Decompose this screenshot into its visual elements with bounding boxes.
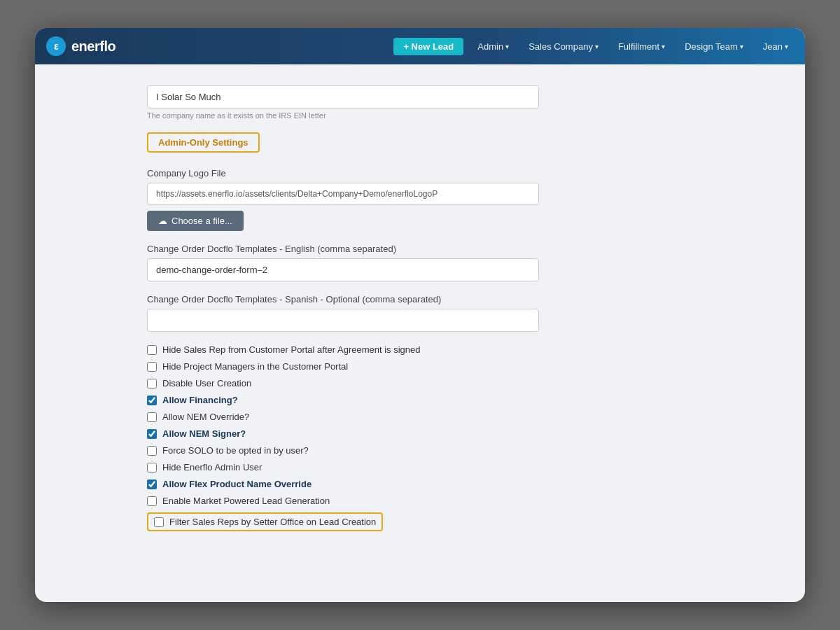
checkbox-allow-nem-signer[interactable]: Allow NEM Signer? <box>147 428 693 439</box>
logo-text: enerflo <box>71 38 115 55</box>
checkbox-hide-sales-rep[interactable]: Hide Sales Rep from Customer Portal afte… <box>147 344 693 355</box>
company-name-input[interactable] <box>147 85 539 108</box>
chevron-down-icon: ▾ <box>662 43 665 50</box>
checkbox-hide-enerflo-admin-input[interactable] <box>147 463 157 472</box>
admin-section-label: Admin-Only Settings <box>147 132 260 153</box>
company-logo-label: Company Logo File <box>147 168 693 178</box>
checkbox-allow-nem-override[interactable]: Allow NEM Override? <box>147 412 693 422</box>
change-order-spanish-label: Change Order Docflo Templates - Spanish … <box>147 294 693 304</box>
logo-area: ε enerflo <box>46 36 115 56</box>
checkbox-filter-sales-reps[interactable]: Filter Sales Reps by Setter Office on Le… <box>147 512 383 531</box>
checkbox-hide-project-managers[interactable]: Hide Project Managers in the Customer Po… <box>147 361 693 372</box>
company-logo-group: Company Logo File ☁ Choose a file... <box>147 168 693 231</box>
checkbox-filter-sales-reps-input[interactable] <box>154 517 164 527</box>
nav-user[interactable]: Jean ▾ <box>757 38 794 55</box>
checkbox-allow-financing-input[interactable] <box>147 396 157 405</box>
chevron-down-icon: ▾ <box>595 43 598 50</box>
checkbox-force-solo-input[interactable] <box>147 446 157 456</box>
checkbox-disable-user-creation-input[interactable] <box>147 379 157 388</box>
checkbox-hide-project-managers-input[interactable] <box>147 362 157 372</box>
change-order-spanish-input[interactable] <box>147 309 539 332</box>
checkbox-allow-flex-product-input[interactable] <box>147 479 157 489</box>
checkbox-allow-nem-signer-input[interactable] <box>147 429 157 439</box>
main-content: The company name as it exists on the IRS… <box>119 64 721 552</box>
navbar: ε enerflo + New Lead Admin ▾ Sales Compa… <box>35 28 805 64</box>
cloud-upload-icon: ☁ <box>158 216 167 226</box>
checkbox-allow-financing[interactable]: Allow Financing? <box>147 395 693 405</box>
new-lead-button[interactable]: + New Lead <box>393 38 463 55</box>
checkbox-enable-market-powered[interactable]: Enable Market Powered Lead Generation <box>147 496 693 506</box>
checkbox-list: Hide Sales Rep from Customer Portal afte… <box>147 344 693 531</box>
change-order-spanish-group: Change Order Docflo Templates - Spanish … <box>147 294 693 332</box>
change-order-english-label: Change Order Docflo Templates - English … <box>147 244 693 254</box>
logo-url-input[interactable] <box>147 183 539 205</box>
checkbox-hide-enerflo-admin[interactable]: Hide Enerflo Admin User <box>147 462 693 472</box>
checkbox-allow-nem-override-input[interactable] <box>147 412 157 422</box>
main-window: ε enerflo + New Lead Admin ▾ Sales Compa… <box>35 28 805 602</box>
company-name-hint: The company name as it exists on the IRS… <box>147 111 693 120</box>
nav-sales-company[interactable]: Sales Company ▾ <box>523 38 604 55</box>
logo-icon: ε <box>46 36 66 56</box>
checkbox-enable-market-powered-input[interactable] <box>147 496 157 506</box>
change-order-english-input[interactable] <box>147 258 539 281</box>
company-name-group: The company name as it exists on the IRS… <box>147 85 693 120</box>
checkbox-hide-sales-rep-input[interactable] <box>147 345 157 355</box>
nav-fulfillment[interactable]: Fulfillment ▾ <box>612 38 671 55</box>
checkbox-allow-flex-product[interactable]: Allow Flex Product Name Override <box>147 479 693 489</box>
chevron-down-icon: ▾ <box>505 43 509 50</box>
choose-file-button[interactable]: ☁ Choose a file... <box>147 211 244 231</box>
checkbox-force-solo[interactable]: Force SOLO to be opted in by user? <box>147 445 693 456</box>
chevron-down-icon: ▾ <box>740 43 743 50</box>
nav-design-team[interactable]: Design Team ▾ <box>679 38 749 55</box>
change-order-english-group: Change Order Docflo Templates - English … <box>147 244 693 281</box>
checkbox-disable-user-creation[interactable]: Disable User Creation <box>147 378 693 388</box>
chevron-down-icon: ▾ <box>785 43 788 50</box>
nav-admin[interactable]: Admin ▾ <box>472 38 514 55</box>
